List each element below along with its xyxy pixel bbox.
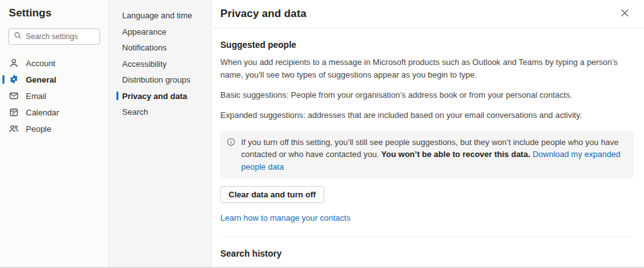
settings-search[interactable] (8, 28, 100, 45)
person-icon (9, 58, 19, 68)
page-title: Privacy and data (220, 8, 307, 20)
suggested-people-section: Suggested people When you add recipients… (220, 40, 634, 223)
sidebar-item-label: People (26, 124, 51, 134)
sidebar-item-account[interactable]: Account (8, 55, 100, 71)
sidebar-item-email[interactable]: Email (8, 88, 100, 104)
sidebar-item-general[interactable]: General (8, 71, 100, 88)
info-message-bar: If you turn off this setting, you’ll sti… (220, 131, 634, 179)
general-categories: Language and time Appearance Notificatio… (109, 0, 212, 268)
search-icon (14, 31, 22, 42)
settings-dialog: Settings Account General (0, 0, 644, 268)
envelope-icon (9, 91, 19, 101)
info-text-bold: You won’t be able to recover this data. (381, 149, 531, 159)
category-search[interactable]: Search (116, 104, 206, 120)
calendar-icon (9, 107, 19, 117)
section-divider (220, 236, 633, 237)
manage-contacts-link[interactable]: Learn how to manage your contacts (220, 213, 351, 223)
category-label: Distribution groups (122, 75, 190, 84)
category-label: Privacy and data (122, 91, 187, 101)
category-privacy-and-data[interactable]: Privacy and data (116, 88, 206, 105)
category-label: Language and time (122, 11, 192, 20)
clear-data-turn-off-button[interactable]: Clear data and turn off (220, 186, 324, 203)
expanded-suggestions-text: Expanded suggestions: addresses that are… (220, 109, 634, 122)
category-language-and-time[interactable]: Language and time (116, 8, 206, 24)
basic-suggestions-text: Basic suggestions: People from your orga… (220, 89, 634, 102)
settings-sidebar: Settings Account General (0, 0, 109, 268)
privacy-and-data-panel: Privacy and data Suggested people When y… (212, 0, 644, 268)
close-icon (619, 8, 630, 20)
search-history-section: Search history Outlook uses your previou… (220, 248, 634, 268)
category-label: Notifications (122, 43, 167, 52)
sidebar-item-people[interactable]: People (8, 120, 100, 137)
people-icon (9, 124, 19, 134)
sidebar-item-label: Email (26, 91, 47, 101)
gear-icon (9, 74, 19, 84)
suggested-people-description: When you add recipients to a message in … (220, 56, 634, 81)
category-notifications[interactable]: Notifications (116, 40, 206, 56)
sidebar-item-label: Account (26, 59, 55, 68)
category-appearance[interactable]: Appearance (116, 24, 206, 40)
info-icon (227, 136, 235, 173)
settings-title: Settings (9, 7, 100, 20)
info-message-text: If you turn off this setting, you’ll sti… (241, 136, 626, 173)
search-history-description: Outlook uses your previous searches to i… (220, 265, 634, 268)
category-distribution-groups[interactable]: Distribution groups (116, 72, 206, 88)
sidebar-item-label: Calendar (26, 108, 59, 117)
section-heading: Search history (220, 248, 634, 259)
search-input[interactable] (26, 32, 94, 41)
sidebar-item-calendar[interactable]: Calendar (8, 104, 100, 120)
category-accessibility[interactable]: Accessibility (116, 56, 206, 73)
panel-header: Privacy and data (212, 0, 644, 28)
category-label: Appearance (122, 27, 166, 37)
category-label: Search (122, 107, 148, 117)
category-label: Accessibility (122, 59, 167, 69)
sidebar-item-label: General (26, 75, 56, 84)
close-button[interactable] (618, 6, 631, 21)
section-heading: Suggested people (220, 40, 634, 50)
